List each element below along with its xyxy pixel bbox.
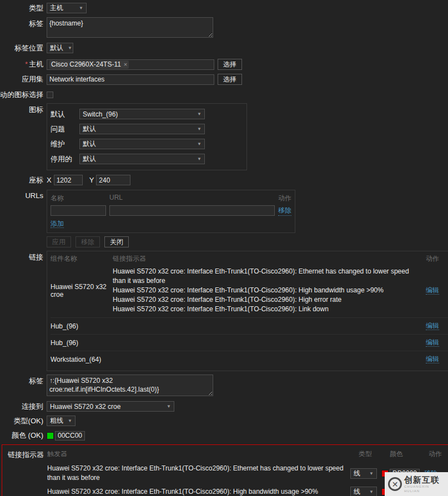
auto-icon-label: 自动的图标选择 — [0, 90, 47, 100]
label-label: 标签 — [0, 17, 47, 29]
link-indicator-line: Huawei S5720 x32 croe: Interface Eth-Tru… — [113, 286, 420, 295]
link-edit-link[interactable]: 编辑 — [426, 355, 439, 363]
connect-to-value: Huawei S5720 x32 croe — [50, 403, 120, 411]
urls-label: URLs — [0, 190, 47, 200]
type-select[interactable]: 主机 ▼ — [47, 3, 87, 13]
remove-button[interactable]: 移除 — [75, 236, 100, 247]
color-ok-row: 颜色 (OK) 00CC00 — [0, 431, 448, 441]
label-row: 标签 {hostname} — [0, 17, 448, 38]
link-label-textarea[interactable]: ↑:{Huawei S5720 x32 croe:net.if.in[ifHCI… — [47, 374, 213, 396]
watermark-subtitle: CHUANGXIN HULIAN — [404, 484, 445, 493]
icon-disabled-value: 默认 — [83, 154, 96, 164]
application-label: 应用集 — [0, 74, 47, 84]
link-row: Huawei S5720 x32 croe Huawei S5720 x32 c… — [51, 264, 448, 318]
indicator-trigger-text: Huawei S5720 x32 croe: Interface Eth-Tru… — [47, 464, 350, 483]
host-chip: Cisco C2960X-24TS-11 × — [49, 60, 129, 69]
application-select-button[interactable]: 选择 — [218, 74, 242, 85]
label-textarea[interactable]: {hostname} — [47, 17, 213, 38]
link-indicators-header: 触发器 类型 颜色 动作 — [47, 447, 442, 460]
chip-close-icon[interactable]: × — [124, 61, 127, 68]
urls-header: 名称 URL 动作 — [51, 194, 291, 203]
url-remove-link[interactable]: 移除 — [278, 206, 291, 216]
indicator-type-value: 线 — [354, 487, 360, 496]
links-indicators-header: 链接指示器 — [113, 254, 426, 264]
icon-problem-row: 问题 默认 ▼ — [51, 124, 241, 134]
link-edit-link[interactable]: 编辑 — [426, 322, 439, 330]
icon-maintenance-select[interactable]: 默认 ▼ — [79, 139, 205, 149]
icons-label: 图标 — [0, 103, 47, 115]
watermark-title: 创新互联 — [404, 475, 445, 484]
icons-fieldset: 默认 Switch_(96) ▼ 问题 默认 ▼ 维护 默认 ▼ — [47, 103, 247, 170]
icons-row: 图标 默认 Switch_(96) ▼ 问题 默认 ▼ 维护 默认 — [0, 103, 448, 170]
color-header: 颜色 — [390, 449, 424, 459]
connect-to-select[interactable]: Huawei S5720 x32 croe ▼ — [47, 401, 174, 412]
host-label: 主机 — [29, 60, 43, 68]
chevron-down-icon: ▼ — [68, 418, 72, 423]
coordinates-label: 座标 — [0, 175, 47, 185]
indicator-type-value: 线 — [354, 469, 360, 478]
auto-icon-row: 自动的图标选择 — [0, 90, 448, 100]
label-position-value: 默认 — [50, 43, 63, 53]
type-header: 类型 — [359, 449, 390, 459]
link-element-name: Hub_(96) — [51, 322, 426, 330]
host-input[interactable]: Cisco C2960X-24TS-11 × — [47, 59, 214, 70]
type-ok-row: 类型(OK) 粗线 ▼ — [0, 416, 448, 426]
application-row: 应用集 选择 — [0, 74, 448, 85]
type-row: 类型 主机 ▼ — [0, 3, 448, 13]
url-name-input[interactable] — [51, 205, 106, 216]
indicator-row: Huawei S5720 x32 croe: Interface Eth-Tru… — [47, 487, 442, 496]
chevron-down-icon: ▼ — [197, 112, 202, 117]
chevron-down-icon: ▼ — [167, 404, 171, 409]
url-add-link[interactable]: 添加 — [51, 220, 64, 228]
type-label: 类型 — [0, 3, 47, 13]
color-ok-value[interactable]: 00CC00 — [55, 431, 85, 441]
close-button[interactable]: 关闭 — [104, 236, 129, 247]
application-input[interactable] — [47, 74, 214, 85]
link-indicator-line: Huawei S5720 x32 croe: Interface Eth-Tru… — [113, 305, 420, 314]
apply-button[interactable]: 应用 — [47, 236, 71, 247]
type-ok-select[interactable]: 粗线 ▼ — [47, 416, 75, 426]
coord-y-input[interactable] — [96, 175, 130, 185]
icon-problem-label: 问题 — [51, 124, 79, 134]
link-element-name: Hub_(96) — [51, 339, 426, 347]
icon-disabled-row: 停用的 默认 ▼ — [51, 154, 241, 164]
host-row: *主机 Cisco C2960X-24TS-11 × 选择 — [0, 59, 448, 70]
chevron-down-icon: ▼ — [197, 141, 202, 146]
indicator-trigger-text: Huawei S5720 x32 croe: Interface Eth-Tru… — [47, 487, 350, 496]
link-indicators-table: 触发器 类型 颜色 动作 Huawei S5720 x32 croe: Inte… — [47, 447, 442, 496]
icon-problem-select[interactable]: 默认 ▼ — [79, 124, 205, 134]
urls-fieldset: 名称 URL 动作 移除 添加 — [47, 190, 295, 233]
chevron-down-icon: ▼ — [68, 45, 72, 50]
icon-disabled-select[interactable]: 默认 ▼ — [79, 154, 205, 164]
auto-icon-checkbox[interactable] — [47, 92, 53, 98]
host-label-wrap: *主机 — [0, 59, 47, 69]
color-ok-label: 颜色 (OK) — [0, 431, 47, 441]
urls-action-header: 动作 — [278, 194, 291, 203]
coord-y-label: Y — [89, 176, 94, 184]
icon-default-label: 默认 — [51, 109, 79, 119]
indicator-type-select[interactable]: 线▼ — [350, 468, 377, 479]
host-select-button[interactable]: 选择 — [218, 59, 242, 70]
chevron-down-icon: ▼ — [369, 471, 374, 476]
indicator-row: Huawei S5720 x32 croe: Interface Eth-Tru… — [47, 464, 442, 483]
type-ok-value: 粗线 — [50, 416, 63, 426]
link-indicators-section: 链接指示器 触发器 类型 颜色 动作 Huawei S5720 x32 croe… — [2, 444, 448, 496]
link-edit-link[interactable]: 编辑 — [426, 338, 439, 347]
url-value-input[interactable] — [109, 205, 275, 216]
coordinates-row: 座标 X Y — [0, 175, 448, 185]
type-ok-label: 类型(OK) — [0, 416, 47, 426]
link-indicator-line: Huawei S5720 x32 croe: Interface Eth-Tru… — [113, 295, 420, 305]
icon-default-value: Switch_(96) — [83, 110, 118, 118]
icon-default-select[interactable]: Switch_(96) ▼ — [79, 109, 205, 119]
link-row: Hub_(96) 编辑 — [51, 318, 448, 335]
map-element-form: 类型 主机 ▼ 标签 {hostname} 标签位置 默认 ▼ *主机 Cisc… — [0, 0, 448, 496]
host-chip-text: Cisco C2960X-24TS-11 — [51, 60, 121, 68]
icon-disabled-label: 停用的 — [51, 154, 79, 164]
color-ok-swatch[interactable] — [47, 432, 54, 439]
indicator-type-select[interactable]: 线▼ — [350, 487, 377, 496]
label-position-select[interactable]: 默认 ▼ — [47, 43, 73, 53]
link-row: Hub_(96) 编辑 — [51, 335, 448, 351]
link-edit-link[interactable]: 编辑 — [426, 286, 439, 295]
links-table: 组件名称 链接指示器 动作 Huawei S5720 x32 croe Huaw… — [47, 251, 448, 371]
coord-x-input[interactable] — [54, 175, 83, 185]
